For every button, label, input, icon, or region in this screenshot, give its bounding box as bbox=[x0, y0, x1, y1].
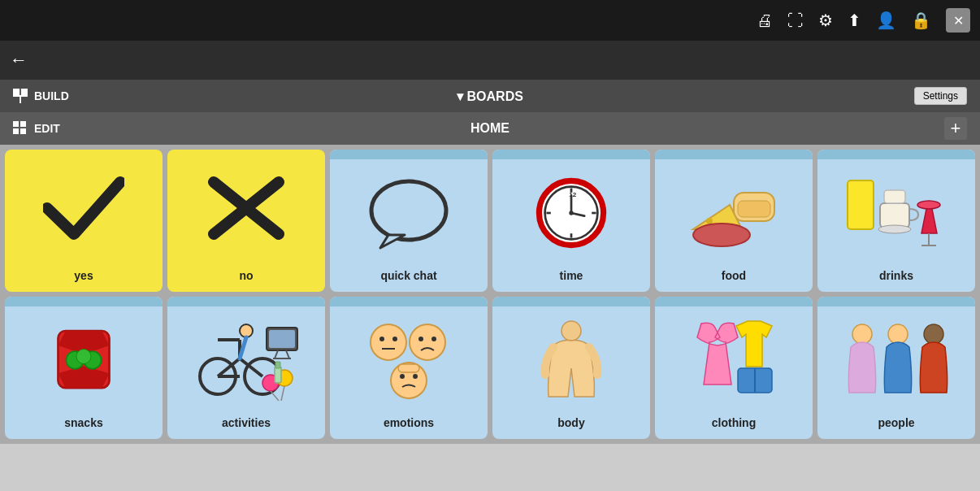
folder-tab-activities bbox=[167, 297, 325, 306]
grid-icon bbox=[13, 121, 28, 136]
svg-line-51 bbox=[286, 350, 289, 358]
boards-label: ▾ BOARDS bbox=[457, 89, 523, 104]
svg-point-61 bbox=[392, 337, 397, 341]
svg-rect-3 bbox=[20, 128, 26, 134]
yes-icon-area bbox=[5, 150, 163, 266]
fullscreen-icon[interactable]: ⛶ bbox=[787, 11, 804, 30]
svg-point-63 bbox=[410, 324, 445, 360]
quick-chat-icon-area bbox=[330, 159, 488, 266]
folder-tab bbox=[330, 150, 488, 159]
activities-icon-area bbox=[167, 306, 325, 413]
build-label[interactable]: BUILD bbox=[13, 89, 69, 103]
lock-icon[interactable]: 🔒 bbox=[911, 11, 931, 30]
folder-tab-drinks bbox=[817, 150, 975, 159]
people-icon-area bbox=[817, 306, 975, 413]
svg-point-74 bbox=[888, 324, 908, 344]
drinks-icon-area bbox=[817, 159, 975, 266]
check-icon bbox=[43, 176, 124, 241]
svg-point-30 bbox=[917, 201, 940, 209]
clothing-label: clothing bbox=[710, 413, 757, 434]
edit-label[interactable]: EDIT bbox=[13, 121, 60, 136]
cell-drinks[interactable]: drinks bbox=[817, 150, 975, 292]
food-icon bbox=[685, 176, 783, 250]
svg-line-55 bbox=[271, 391, 279, 401]
svg-rect-19 bbox=[738, 201, 770, 217]
emotions-icon bbox=[364, 319, 453, 401]
folder-tab-clothing bbox=[655, 297, 813, 306]
cell-snacks[interactable]: snacks bbox=[5, 297, 163, 439]
folder-tab-snacks bbox=[5, 297, 163, 306]
svg-point-65 bbox=[431, 337, 436, 341]
cell-body[interactable]: body bbox=[492, 297, 650, 439]
svg-point-70 bbox=[562, 321, 581, 341]
build-icon bbox=[13, 89, 28, 103]
clothing-icon-area bbox=[655, 306, 813, 413]
cell-yes[interactable]: yes bbox=[5, 150, 163, 292]
svg-rect-57 bbox=[275, 367, 281, 383]
top-bar-icons: 🖨 ⛶ ⚙ ⬆ 👤 🔒 ✕ bbox=[757, 8, 970, 33]
svg-line-56 bbox=[281, 386, 284, 401]
people-label: people bbox=[876, 413, 916, 434]
svg-point-59 bbox=[371, 324, 406, 360]
print-icon[interactable]: 🖨 bbox=[757, 11, 773, 30]
cell-clothing[interactable]: clothing bbox=[655, 297, 813, 439]
cell-people[interactable]: people bbox=[817, 297, 975, 439]
no-icon-area bbox=[167, 150, 325, 266]
svg-rect-58 bbox=[275, 362, 280, 368]
folder-tab-time bbox=[492, 150, 650, 159]
people-icon bbox=[839, 319, 953, 401]
nav-bar: ← bbox=[0, 41, 980, 80]
clothing-icon bbox=[681, 319, 787, 401]
folder-tab-people bbox=[817, 297, 975, 306]
cell-activities[interactable]: activities bbox=[167, 297, 325, 439]
svg-point-64 bbox=[418, 337, 423, 341]
home-label: HOME bbox=[470, 121, 510, 136]
body-icon-area bbox=[492, 306, 650, 413]
edit-text: EDIT bbox=[34, 122, 60, 135]
svg-point-17 bbox=[569, 211, 573, 215]
svg-point-21 bbox=[706, 218, 713, 224]
share-icon[interactable]: ⬆ bbox=[848, 11, 861, 30]
svg-point-6 bbox=[371, 181, 446, 240]
snacks-label: snacks bbox=[63, 413, 104, 434]
cross-icon bbox=[206, 176, 287, 241]
cell-time[interactable]: 12 time bbox=[492, 150, 650, 292]
activities-icon bbox=[193, 319, 299, 401]
svg-point-68 bbox=[413, 374, 418, 379]
svg-rect-69 bbox=[398, 364, 419, 372]
time-label: time bbox=[558, 266, 585, 287]
cell-no[interactable]: no bbox=[167, 150, 325, 292]
settings-icon[interactable]: ⚙ bbox=[818, 11, 833, 30]
back-button[interactable]: ← bbox=[10, 50, 28, 71]
folder-tab-emotions bbox=[330, 297, 488, 306]
cell-quick-chat[interactable]: quick chat bbox=[330, 150, 488, 292]
top-bar: 🖨 ⛶ ⚙ ⬆ 👤 🔒 ✕ bbox=[0, 0, 980, 41]
body-label: body bbox=[556, 413, 586, 434]
svg-point-27 bbox=[878, 225, 911, 233]
activities-label: activities bbox=[220, 413, 272, 434]
food-icon-area bbox=[655, 159, 813, 266]
user-icon[interactable]: 👤 bbox=[876, 11, 896, 30]
svg-point-75 bbox=[924, 324, 943, 344]
settings-button[interactable]: Settings bbox=[914, 87, 967, 105]
time-icon-area: 12 bbox=[492, 159, 650, 266]
emotions-icon-area bbox=[330, 306, 488, 413]
folder-tab-body bbox=[492, 297, 650, 306]
no-label: no bbox=[237, 266, 254, 287]
cell-emotions[interactable]: emotions bbox=[330, 297, 488, 439]
svg-rect-26 bbox=[880, 203, 909, 228]
svg-rect-25 bbox=[849, 182, 872, 228]
body-icon bbox=[539, 319, 604, 401]
cell-food[interactable]: food bbox=[655, 150, 813, 292]
svg-point-73 bbox=[852, 324, 872, 344]
close-button[interactable]: ✕ bbox=[946, 8, 970, 33]
grid-container: yes no quick chat bbox=[0, 145, 980, 444]
svg-rect-0 bbox=[13, 121, 19, 127]
svg-point-67 bbox=[400, 374, 405, 379]
add-button[interactable]: + bbox=[944, 117, 967, 140]
build-text: BUILD bbox=[34, 89, 69, 102]
svg-point-60 bbox=[379, 337, 384, 341]
close-icon: ✕ bbox=[953, 13, 964, 28]
food-label: food bbox=[720, 266, 748, 287]
edit-bar: EDIT HOME + bbox=[0, 112, 980, 145]
